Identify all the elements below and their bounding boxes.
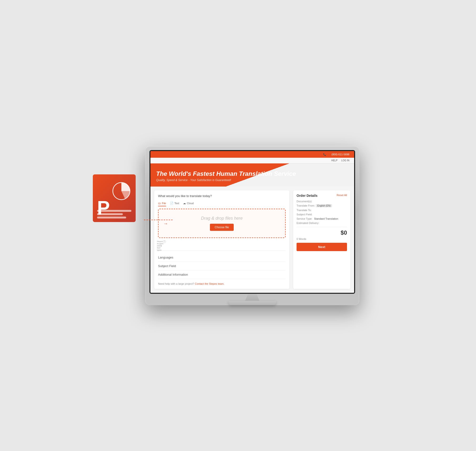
documents-label: Document(s): — [297, 200, 312, 203]
cloud-icon: ☁ — [183, 201, 186, 205]
help-link[interactable]: HELP — [331, 159, 337, 162]
monitor: (800) 611-5698 HELP LOG IN The World's F… — [145, 146, 359, 305]
tab-cloud[interactable]: ☁ Cloud — [183, 200, 194, 206]
monitor-stand — [149, 294, 355, 305]
help-text: Need help with a large project? Contact … — [158, 282, 286, 285]
choose-file-button[interactable]: Choose file — [210, 224, 234, 231]
form-section: What would you like to translate today? … — [154, 190, 289, 289]
hero-title: The World's Fastest Human Translation Se… — [156, 170, 348, 177]
order-row-subject: Subject Field: — [297, 213, 347, 216]
divider-1 — [158, 251, 286, 251]
monitor-neck — [245, 294, 259, 301]
translate-from-value: English (EN) — [316, 204, 332, 207]
monitor-base — [228, 301, 276, 305]
ppt-chart-icon — [112, 182, 131, 200]
contact-link[interactable]: Contact the Stepes team. — [195, 282, 225, 285]
order-details: Reset All Order Details Document(s): Tra… — [293, 190, 350, 289]
dropzone-arrow-icon: → — [163, 221, 168, 226]
order-row-service: Service Type: Standard Translation — [297, 217, 347, 220]
subject-label: Subject Field: — [297, 213, 312, 216]
order-divider — [297, 227, 347, 227]
order-row-documents: Document(s): — [297, 200, 347, 203]
info-icon: ? — [163, 240, 166, 243]
ppt-icon: P — [93, 174, 145, 227]
additional-info-section[interactable]: Additional Information — [158, 270, 286, 279]
translate-to-label: Translate To: — [297, 209, 311, 212]
service-label: Service Type: — [297, 217, 312, 220]
scene: P (800) 611-5698 — [107, 146, 369, 305]
hero-subtitle: Quality, Speed & Service - Your Satisfac… — [156, 178, 348, 182]
languages-section[interactable]: Languages — [158, 253, 286, 262]
delivery-label: Estimated Delivery: — [297, 222, 319, 225]
tab-file-label: File — [162, 202, 166, 205]
monitor-bezel: (800) 611-5698 HELP LOG IN The World's F… — [149, 150, 355, 294]
login-link[interactable]: LOG IN — [341, 159, 349, 162]
upload-tabs: 🗂 File 📄 Text ☁ Cloud — [158, 200, 286, 206]
dropzone[interactable]: → Drag & drop files here Choose file — [158, 209, 286, 238]
site-header-top: (800) 611-5698 — [150, 151, 354, 158]
tab-text[interactable]: 📄 Text — [170, 200, 179, 206]
phone-number: (800) 611-5698 — [331, 153, 349, 156]
order-price: $0 — [297, 229, 347, 236]
tab-file[interactable]: 🗂 File — [158, 200, 166, 206]
upload-question: What would you like to translate today? — [158, 194, 286, 198]
site-header-nav: HELP LOG IN — [150, 158, 354, 163]
tab-text-label: Text — [174, 202, 179, 205]
accepts-label: Stepes accepts all the files types — [159, 244, 162, 247]
file-icon: 🗂 — [158, 201, 161, 205]
order-row-to: Translate To: — [297, 209, 347, 212]
main-content: What would you like to translate today? … — [150, 187, 354, 293]
monitor-wrapper: (800) 611-5698 HELP LOG IN The World's F… — [145, 146, 359, 305]
next-button[interactable]: Next — [297, 243, 347, 251]
text-icon: 📄 — [170, 201, 173, 205]
subject-field-section[interactable]: Subject Field — [158, 262, 286, 270]
translate-from-label: Translate From: — [297, 204, 315, 207]
order-row-from: Translate From: English (EN) — [297, 204, 347, 207]
service-value: Standard Translation — [313, 217, 338, 220]
phone-icon — [323, 153, 327, 156]
order-words: 0 Words — [297, 238, 347, 240]
monitor-screen: (800) 611-5698 HELP LOG IN The World's F… — [150, 151, 354, 293]
reset-all-link[interactable]: Reset All — [337, 194, 347, 197]
accepts-text: Stepes accepts all the files types ? — [158, 240, 286, 247]
order-row-delivery: Estimated Delivery: — [297, 222, 347, 225]
hero-content: The World's Fastest Human Translation Se… — [156, 170, 348, 182]
ppt-lines — [97, 208, 131, 219]
tab-cloud-label: Cloud — [187, 202, 194, 205]
hero-section: The World's Fastest Human Translation Se… — [150, 163, 354, 187]
dropzone-text: Drag & drop files here — [162, 216, 281, 221]
dashed-arrow — [144, 220, 172, 220]
